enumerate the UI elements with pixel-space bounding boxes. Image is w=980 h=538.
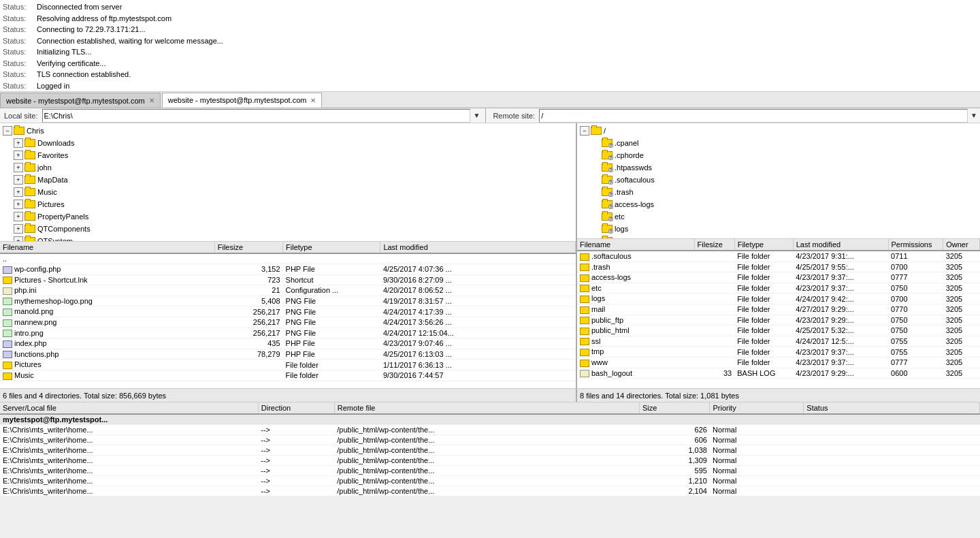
table-row[interactable]: public_html File folder 4/25/2017 5:32:.… (577, 326, 980, 336)
tree-expand-mapdata[interactable]: + (14, 175, 23, 185)
tree-expand-john[interactable]: + (14, 163, 23, 172)
folder-icon-john (24, 163, 35, 172)
right-col-filename[interactable]: Filename (577, 239, 694, 251)
tree-item-logs[interactable]: ? logs (577, 223, 980, 235)
queue-col-status[interactable]: Status (804, 402, 980, 414)
right-tree[interactable]: − / ? .cpanel ? .cphorde ? .htpasswds (577, 123, 980, 239)
local-site-input[interactable] (42, 109, 471, 123)
table-row[interactable]: mannew.png 256,217 PNG File 4/24/2017 3:… (0, 317, 576, 328)
left-col-filetype[interactable]: Filetype (283, 242, 380, 253)
tree-item-qtcomponents[interactable]: + QTComponents (0, 223, 576, 235)
tree-expand-downloads[interactable]: + (14, 138, 23, 148)
tree-item-etc[interactable]: ? etc (577, 210, 980, 223)
file-size (694, 315, 734, 326)
transfer-queue[interactable]: Server/Local file Direction Remote file … (0, 402, 980, 496)
table-row[interactable]: index.php 435 PHP File 4/23/2017 9:07:46… (0, 338, 576, 349)
tree-item-music[interactable]: + Music (0, 186, 576, 198)
table-row[interactable]: php.ini 21 Configuration ... 4/20/2017 8… (0, 285, 576, 296)
queue-row[interactable]: E:\Chris\mts_writer\home... --> /public_… (0, 466, 980, 476)
tree-item-access-logs[interactable]: ? access-logs (577, 198, 980, 210)
tab-1[interactable]: website - mytestspot@ftp.mytestspot.com … (0, 93, 161, 108)
remote-site-input[interactable] (539, 109, 968, 123)
table-row[interactable]: Pictures File folder 1/11/2017 6:36:13 .… (0, 360, 576, 370)
tree-item-cphorde[interactable]: ? .cphorde (577, 149, 980, 161)
table-row[interactable]: intro.png 256,217 PNG File 4/24/2017 12:… (0, 328, 576, 338)
tree-label-favorites: Favorites (37, 151, 68, 159)
file-size (694, 357, 734, 368)
queue-priority: Normal (710, 425, 804, 435)
tab-1-close[interactable]: ✕ (149, 97, 154, 104)
tree-expand-pictures[interactable]: + (14, 200, 23, 209)
left-col-filename[interactable]: Filename (0, 242, 214, 253)
queue-row[interactable]: E:\Chris\mts_writer\home... --> /public_… (0, 425, 980, 435)
table-row[interactable]: wp-config.php 3,152 PHP File 4/25/2017 4… (0, 264, 576, 275)
table-row[interactable]: ssl File folder 4/24/2017 12:5:... 0755 … (577, 336, 980, 347)
tree-expand-root[interactable]: − (580, 126, 589, 136)
table-row[interactable]: functions.php 78,279 PHP File 4/25/2017 … (0, 349, 576, 360)
tree-item-qtsystem[interactable]: + QTSystem (0, 235, 576, 242)
queue-row[interactable]: E:\Chris\mts_writer\home... --> /public_… (0, 445, 980, 456)
right-col-filesize[interactable]: Filesize (694, 239, 734, 251)
right-col-filetype[interactable]: Filetype (734, 239, 793, 251)
table-row[interactable]: .softaculous File folder 4/23/2017 9:31:… (577, 251, 980, 262)
tree-item-trash[interactable]: ? .trash (577, 186, 980, 198)
tree-item-cpanel[interactable]: ? .cpanel (577, 137, 980, 149)
queue-col-size[interactable]: Size (640, 402, 710, 414)
queue-col-server[interactable]: Server/Local file (0, 402, 258, 414)
tree-item-john[interactable]: + john (0, 161, 576, 174)
right-col-permissions[interactable]: Permissions (888, 239, 943, 251)
tree-item-downloads[interactable]: + Downloads (0, 137, 576, 149)
tree-expand-chris[interactable]: − (3, 126, 12, 136)
table-row[interactable]: access-logs File folder 4/23/2017 9:37:.… (577, 272, 980, 283)
tree-item-favorites[interactable]: + Favorites (0, 149, 576, 161)
file-size: 33 (694, 368, 734, 379)
file-perms: 0600 (888, 368, 943, 379)
table-row[interactable]: etc File folder 4/23/2017 9:37:... 0750 … (577, 283, 980, 294)
tab-2-close[interactable]: ✕ (310, 97, 316, 104)
table-row[interactable]: www File folder 4/23/2017 9:37:... 0777 … (577, 357, 980, 368)
local-site-arrow[interactable]: ▼ (470, 112, 483, 119)
tree-expand-qtsystem[interactable]: + (14, 236, 23, 242)
queue-col-priority[interactable]: Priority (710, 402, 804, 414)
right-panel: − / ? .cpanel ? .cphorde ? .htpasswds (577, 123, 980, 388)
queue-row[interactable]: E:\Chris\mts_writer\home... --> /public_… (0, 456, 980, 466)
right-col-owner[interactable]: Owner (943, 239, 980, 251)
tree-expand-music[interactable]: + (14, 187, 23, 197)
tree-item-chris[interactable]: − Chris (0, 125, 576, 137)
tree-item-propertypanels[interactable]: + PropertyPanels (0, 210, 576, 223)
remote-site-arrow[interactable]: ▼ (968, 112, 980, 119)
right-file-list[interactable]: Filename Filesize Filetype Last modified… (577, 239, 980, 388)
table-row[interactable]: .. (0, 253, 576, 264)
tree-expand-propertypanels[interactable]: + (14, 212, 23, 221)
tree-item-softaculous[interactable]: ? .softaculous (577, 174, 980, 186)
tree-expand-qtcomponents[interactable]: + (14, 224, 23, 234)
remote-folder-icon-trash: ? (602, 188, 612, 196)
tree-item-htpasswds[interactable]: ? .htpasswds (577, 161, 980, 174)
tree-item-pictures[interactable]: + Pictures (0, 198, 576, 210)
right-col-modified[interactable]: Last modified (793, 239, 888, 251)
left-col-modified[interactable]: Last modified (380, 242, 576, 253)
tree-item-mapdata[interactable]: + MapData (0, 174, 576, 186)
queue-col-direction[interactable]: Direction (258, 402, 334, 414)
queue-row[interactable]: E:\Chris\mts_writer\home... --> /public_… (0, 486, 980, 496)
queue-col-remote[interactable]: Remote file (334, 402, 639, 414)
left-file-list[interactable]: Filename Filesize Filetype Last modified… (0, 242, 576, 388)
table-row[interactable]: Music File folder 9/30/2016 7:44:57 (0, 370, 576, 381)
table-row[interactable]: public_ftp File folder 4/23/2017 9:29:..… (577, 315, 980, 326)
left-col-filesize[interactable]: Filesize (214, 242, 282, 253)
queue-local: E:\Chris\mts_writer\home... (0, 456, 258, 466)
queue-row[interactable]: E:\Chris\mts_writer\home... --> /public_… (0, 435, 980, 445)
table-row[interactable]: bash_logout 33 BASH LOG 4/23/2017 9:29:.… (577, 368, 980, 379)
table-row[interactable]: logs File folder 4/24/2017 9:42:... 0700… (577, 294, 980, 304)
table-row[interactable]: .trash File folder 4/25/2017 9:55:... 07… (577, 262, 980, 272)
table-row[interactable]: mail File folder 4/27/2017 9:29:... 0770… (577, 304, 980, 315)
table-row[interactable]: tmp File folder 4/23/2017 9:37:... 0755 … (577, 347, 980, 358)
table-row[interactable]: manold.png 256,217 PNG File 4/24/2017 4:… (0, 306, 576, 317)
tree-expand-favorites[interactable]: + (14, 151, 23, 160)
queue-row[interactable]: E:\Chris\mts_writer\home... --> /public_… (0, 476, 980, 486)
tab-2[interactable]: website - mytestspot@ftp.mytestspot.com … (162, 93, 323, 108)
left-tree[interactable]: − Chris + Downloads + Favorites + john + (0, 123, 576, 242)
table-row[interactable]: Pictures - Shortcut.lnk 723 Shortcut 9/3… (0, 274, 576, 285)
table-row[interactable]: mythemeshop-logo.png 5,408 PNG File 4/19… (0, 296, 576, 306)
tree-item-root[interactable]: − / (577, 125, 980, 137)
